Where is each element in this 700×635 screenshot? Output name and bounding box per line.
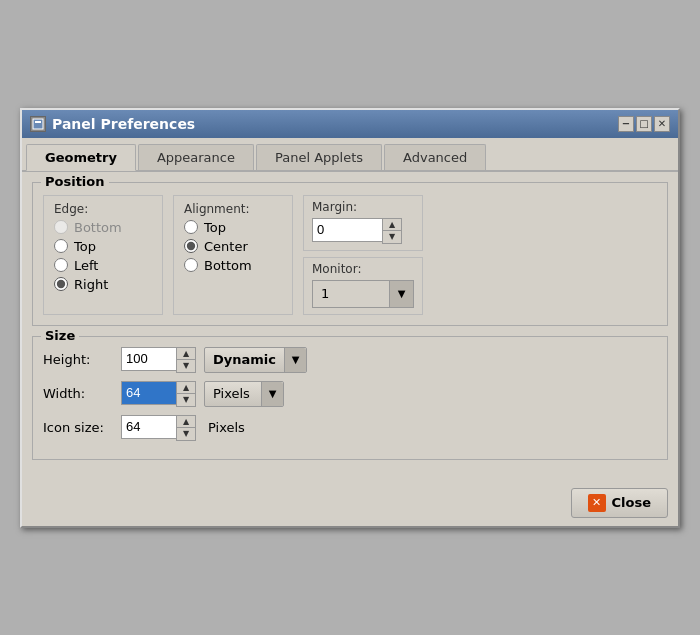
edge-bottom-label: Bottom [74,220,122,235]
icon-size-label: Icon size: [43,420,113,435]
edge-box: Edge: Bottom Top Left [43,195,163,315]
height-mode-label: Dynamic [205,350,284,369]
width-up-arrow[interactable]: ▲ [177,382,195,394]
margin-monitor-box: Margin: ▲ ▼ Monitor: 1 [303,195,423,315]
width-unit-label: Pixels [205,384,261,403]
margin-down-arrow[interactable]: ▼ [383,231,401,243]
align-center-label: Center [204,239,248,254]
margin-up-arrow[interactable]: ▲ [383,219,401,231]
height-mode-dropdown[interactable]: Dynamic ▼ [204,347,307,373]
align-top-label: Top [204,220,226,235]
icon-size-down-arrow[interactable]: ▼ [177,428,195,440]
icon-size-unit: Pixels [204,420,245,435]
height-up-arrow[interactable]: ▲ [177,348,195,360]
edge-right-radio[interactable] [54,277,68,291]
margin-arrows: ▲ ▼ [382,218,402,244]
width-spinbox: ▲ ▼ [121,381,196,407]
height-input[interactable] [121,347,176,371]
edge-top-label: Top [74,239,96,254]
close-label: Close [612,495,651,510]
height-spinbox: ▲ ▼ [121,347,196,373]
height-arrows: ▲ ▼ [176,347,196,373]
icon-size-up-arrow[interactable]: ▲ [177,416,195,428]
alignment-label: Alignment: [184,202,282,216]
position-section: Position Edge: Bottom Top Left [32,182,668,326]
align-bottom-radio[interactable] [184,258,198,272]
close-icon: ✕ [588,494,606,512]
edge-right-row: Right [54,277,152,292]
edge-right-label: Right [74,277,108,292]
icon-size-arrows: ▲ ▼ [176,415,196,441]
main-window: Panel Preferences − □ ✕ Geometry Appeara… [20,108,680,528]
edge-left-radio[interactable] [54,258,68,272]
width-arrows: ▲ ▼ [176,381,196,407]
svg-rect-0 [33,119,43,129]
maximize-button[interactable]: □ [636,116,652,132]
height-label: Height: [43,352,113,367]
height-row: Height: ▲ ▼ Dynamic ▼ [43,347,657,373]
alignment-box: Alignment: Top Center Bottom [173,195,293,315]
titlebar-controls: − □ ✕ [618,116,670,132]
width-label: Width: [43,386,113,401]
align-center-radio[interactable] [184,239,198,253]
edge-bottom-radio[interactable] [54,220,68,234]
tabs-bar: Geometry Appearance Panel Applets Advanc… [22,138,678,172]
height-mode-arrow[interactable]: ▼ [284,348,306,372]
align-top-row: Top [184,220,282,235]
width-unit-dropdown[interactable]: Pixels ▼ [204,381,284,407]
size-label: Size [41,328,79,343]
footer: ✕ Close [22,480,678,526]
tab-geometry[interactable]: Geometry [26,144,136,171]
position-label: Position [41,174,109,189]
align-bottom-row: Bottom [184,258,282,273]
icon-size-spinbox: ▲ ▼ [121,415,196,441]
window-title: Panel Preferences [52,116,195,132]
edge-top-row: Top [54,239,152,254]
width-down-arrow[interactable]: ▼ [177,394,195,406]
position-inner: Edge: Bottom Top Left [43,195,657,315]
margin-input[interactable] [312,218,382,242]
margin-spinbox: ▲ ▼ [312,218,414,244]
monitor-label: Monitor: [312,262,414,276]
edge-top-radio[interactable] [54,239,68,253]
window-icon [30,116,46,132]
edge-left-label: Left [74,258,98,273]
monitor-dropdown-arrow[interactable]: ▼ [389,281,413,307]
align-bottom-label: Bottom [204,258,252,273]
width-input[interactable] [121,381,176,405]
tab-appearance[interactable]: Appearance [138,144,254,170]
tab-advanced[interactable]: Advanced [384,144,486,170]
minimize-button[interactable]: − [618,116,634,132]
edge-left-row: Left [54,258,152,273]
margin-label: Margin: [312,200,414,214]
align-top-radio[interactable] [184,220,198,234]
width-row: Width: ▲ ▼ Pixels ▼ [43,381,657,407]
tab-panel-applets[interactable]: Panel Applets [256,144,382,170]
size-section: Size Height: ▲ ▼ Dynamic ▼ Width: [32,336,668,460]
close-button[interactable]: ✕ Close [571,488,668,518]
svg-rect-1 [35,121,41,123]
height-down-arrow[interactable]: ▼ [177,360,195,372]
titlebar: Panel Preferences − □ ✕ [22,110,678,138]
titlebar-left: Panel Preferences [30,116,195,132]
edge-label: Edge: [54,202,152,216]
close-window-button[interactable]: ✕ [654,116,670,132]
monitor-value: 1 [313,284,389,303]
icon-size-input[interactable] [121,415,176,439]
width-unit-arrow[interactable]: ▼ [261,382,283,406]
align-center-row: Center [184,239,282,254]
margin-section: Margin: ▲ ▼ [303,195,423,251]
icon-size-row: Icon size: ▲ ▼ Pixels [43,415,657,441]
monitor-select[interactable]: 1 ▼ [312,280,414,308]
edge-bottom-row: Bottom [54,220,152,235]
monitor-section: Monitor: 1 ▼ [303,257,423,315]
content-area: Position Edge: Bottom Top Left [22,172,678,480]
